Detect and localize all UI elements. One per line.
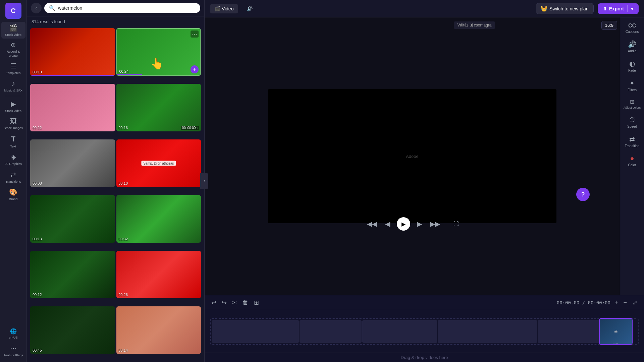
sidebar-item-brand[interactable]: 🎨 Brand	[1, 186, 25, 203]
collapse-panel-button[interactable]: ‹	[200, 173, 208, 189]
help-button[interactable]: ?	[576, 188, 590, 201]
graphics-icon: ◈	[11, 153, 16, 161]
sidebar-item-stock-video[interactable]: 🎬 Stock video	[1, 22, 25, 39]
right-panel-captions[interactable]: CC Captions	[622, 20, 643, 36]
video-thumb-2[interactable]: ⋯ 00:24 + 👆	[116, 28, 201, 76]
sidebar-item-stock-images[interactable]: 🖼 Stock images	[1, 115, 25, 132]
zoom-out-button[interactable]: −	[622, 298, 628, 307]
captions-icon: CC	[628, 23, 636, 29]
add-to-timeline-button[interactable]: ⊞	[253, 298, 260, 308]
video-tab-icon: 🎬	[215, 6, 220, 11]
video-duration-1: 00:10	[33, 70, 42, 74]
video-thumb-9[interactable]: 00:12	[30, 251, 115, 298]
sidebar-item-record-create[interactable]: ⊕ Record &create	[1, 39, 25, 59]
timeline-track: 🏔 ☜	[205, 310, 644, 353]
play-button[interactable]: ▶	[397, 217, 410, 231]
sidebar-item-templates[interactable]: ☰ Templates	[1, 60, 25, 77]
video-thumb-5[interactable]: 00:08	[30, 139, 115, 187]
preview-area: Adobe ◀◀ ◀ ▶ ▶ ▶▶ ⛶ ?	[205, 17, 620, 295]
video-thumb-6[interactable]: 00:10 Samp. Drón áthúzás	[116, 139, 201, 187]
right-panel-adjust[interactable]: ⊞ Adjust colors	[622, 96, 643, 112]
undo-button[interactable]: ↩	[210, 298, 218, 308]
timeline-section: ↩ ↪ ✂ 🗑 ⊞ 00:00.00 / 00:00:00 + − ⤢	[205, 295, 644, 362]
sidebar-item-stock-video2[interactable]: ▶ Stock video	[1, 98, 25, 115]
ghost-clip-2	[300, 320, 362, 343]
aspect-ratio-badge[interactable]: 16:9	[601, 21, 617, 30]
tab-video[interactable]: 🎬 Video	[210, 4, 238, 13]
search-input[interactable]	[58, 5, 196, 11]
right-panel-speed[interactable]: ⏱ Speed	[622, 113, 643, 131]
add-video-btn-2[interactable]: +	[191, 65, 199, 73]
step-forward-button[interactable]: ▶	[416, 219, 423, 229]
skip-to-end-button[interactable]: ▶▶	[429, 219, 441, 229]
record-icon: ⊕	[11, 41, 16, 49]
back-button[interactable]: ‹	[31, 3, 42, 13]
right-panel-color[interactable]: ● Color	[622, 152, 643, 170]
more-options-btn-2[interactable]: ⋯	[191, 31, 199, 38]
fade-icon: ◐	[629, 60, 635, 68]
video-duration-4: 00:16	[119, 126, 128, 130]
video-thumb-8[interactable]: 00:32	[116, 195, 201, 243]
switch-plan-button[interactable]: 👑 Switch to new plan	[536, 3, 594, 14]
ghost-clip-5	[538, 320, 600, 343]
fullscreen-button[interactable]: ⛶	[453, 221, 459, 227]
video-thumb-7[interactable]: 00:13	[30, 195, 115, 243]
preview-container: Adobe ◀◀ ◀ ▶ ▶ ▶▶ ⛶ ? CC Captions	[205, 17, 644, 295]
step-back-button[interactable]: ◀	[384, 219, 391, 229]
video-thumb-10[interactable]: 00:26	[116, 251, 201, 298]
sidebar-item-feature-flags[interactable]: ⋯ Feature Flags	[1, 342, 25, 359]
right-panel-audio[interactable]: 🔊 Audio	[622, 38, 643, 56]
filters-icon: ✦	[629, 79, 635, 87]
ghost-clip-4	[438, 320, 537, 343]
clip-label: 🏔	[614, 329, 618, 333]
editor-body: 16:9 Adobe ◀◀ ◀ ▶ ▶ ▶▶ ⛶ ?	[205, 17, 644, 362]
app-logo: C	[5, 3, 21, 19]
redo-button[interactable]: ↪	[220, 298, 228, 308]
brand-icon: 🎨	[9, 188, 17, 196]
stock-images-icon: 🖼	[10, 117, 17, 125]
export-divider	[627, 5, 628, 12]
export-icon: ⬆	[603, 6, 607, 11]
export-button[interactable]: ⬆ Export ▾	[598, 3, 639, 14]
aspect-ratio-container: 16:9	[601, 21, 617, 30]
right-panel-transition[interactable]: ⇄ Transition	[622, 132, 643, 150]
skip-to-start-button[interactable]: ◀◀	[366, 219, 378, 229]
video-thumb-1[interactable]: 00:10	[30, 28, 115, 76]
tab-audio[interactable]: 🔊	[242, 4, 257, 13]
preview-watermark: Adobe	[406, 154, 419, 159]
sidebar-item-transitions[interactable]: ⇄ Transitions	[1, 169, 25, 185]
sidebar-item-en-us[interactable]: 🌐 en-US	[1, 326, 25, 341]
timeline-clip-1[interactable]: 🏔 ☜	[599, 318, 633, 345]
right-panel-filters[interactable]: ✦ Filters	[622, 76, 643, 95]
video-duration-8: 00:32	[119, 237, 128, 241]
timeline-toolbar: ↩ ↪ ✂ 🗑 ⊞ 00:00.00 / 00:00:00 + − ⤢	[205, 295, 644, 310]
ghost-clip-1	[212, 320, 299, 343]
transition-icon: ⇄	[629, 135, 635, 143]
drop-zone-hint: Drag & drop videos here	[205, 353, 644, 362]
stock-video2-icon: ▶	[11, 100, 16, 108]
sidebar-divider	[5, 96, 21, 96]
cut-button[interactable]: ✂	[231, 298, 238, 308]
video-preview: Adobe	[268, 89, 556, 223]
ghost-clips	[211, 319, 601, 344]
search-bar[interactable]: 🔍	[44, 3, 200, 13]
video-thumb-4[interactable]: 00:16 00' 00:00a	[116, 84, 201, 131]
sidebar-item-music-sfx[interactable]: ♪ Music & SFX	[1, 78, 25, 94]
video-thumb-12[interactable]: 00:14	[116, 306, 201, 354]
sidebar-item-graphics[interactable]: ◈ 00 Graphics	[1, 151, 25, 168]
video-duration-7: 00:13	[33, 237, 42, 241]
sidebar-item-text[interactable]: T Text	[1, 133, 25, 150]
video-thumb-11[interactable]: 00:45	[30, 306, 115, 354]
drag-cursor: ☜	[612, 341, 619, 345]
timeline-drop-zone[interactable]: 🏔 ☜	[210, 318, 639, 345]
right-panel-fade[interactable]: ◐ Fade	[622, 57, 643, 75]
fit-view-button[interactable]: ⤢	[631, 298, 639, 308]
video-duration-11: 00:45	[33, 348, 42, 352]
music-icon: ♪	[12, 80, 15, 87]
video-duration-12: 00:14	[119, 348, 128, 352]
video-thumb-3[interactable]: 00:22	[30, 84, 115, 131]
delete-button[interactable]: 🗑	[241, 298, 250, 307]
drop-zone-text: Drag & drop videos here	[401, 355, 448, 360]
video-grid: 00:10 ⋯ 00:24 + 👆 00:22 00:16 00' 00:00a…	[27, 27, 204, 362]
zoom-in-button[interactable]: +	[613, 298, 620, 307]
